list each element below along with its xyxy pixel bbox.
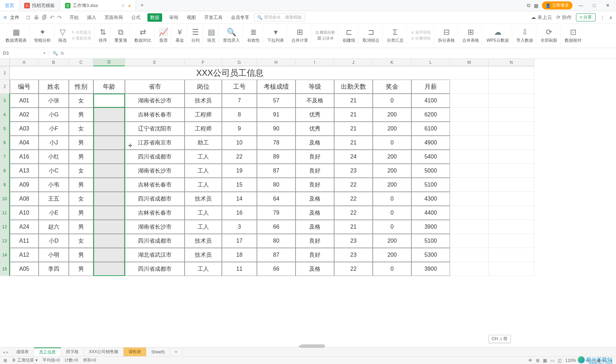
table-cell[interactable]: 21 (334, 108, 373, 122)
more-icon[interactable]: ⋮ (600, 15, 605, 20)
close-button[interactable]: ✕ (603, 3, 612, 8)
table-cell[interactable]: 4900 (411, 136, 450, 150)
row-header-9[interactable]: 9 (0, 178, 10, 192)
file-menu[interactable]: 文件 (10, 14, 19, 21)
tab-close-icon[interactable]: ⊃ (121, 3, 125, 8)
grid-icon[interactable]: ▦ (534, 3, 538, 8)
view-grid-icon[interactable]: ⊞ (536, 358, 539, 363)
table-header[interactable]: 编号 (10, 80, 39, 94)
table-cell[interactable]: 7 (222, 94, 257, 108)
ribbon-dropdown[interactable]: ▾下拉列表 (264, 26, 287, 45)
login-button[interactable]: 👤立即登录 (542, 1, 572, 9)
table-cell[interactable]: 小G (39, 108, 69, 122)
table-cell[interactable]: 200 (373, 178, 411, 192)
col-header-M[interactable]: M (450, 59, 489, 66)
layout-icon[interactable]: ⧉ (527, 2, 530, 8)
table-cell[interactable]: 良好 (296, 164, 334, 178)
ribbon-ungroup[interactable]: ⊐取消组合 (360, 26, 383, 45)
table-cell[interactable]: 3900 (411, 220, 450, 234)
table-cell[interactable] (93, 136, 125, 150)
sheet-tab[interactable]: 员工信息 (34, 348, 61, 357)
table-cell[interactable]: 工人 (185, 220, 222, 234)
table-cell[interactable]: A24 (10, 220, 39, 234)
table-cell[interactable]: 女 (69, 94, 93, 108)
table-cell[interactable]: 19 (222, 164, 257, 178)
table-cell[interactable]: A03 (10, 122, 39, 136)
table-cell[interactable]: 李四 (39, 262, 69, 276)
table-cell[interactable]: 90 (257, 122, 296, 136)
menu-vip[interactable]: 会员专享 (230, 13, 251, 22)
table-cell[interactable]: 不及格 (296, 94, 334, 108)
table-cell[interactable]: 小F (39, 122, 69, 136)
table-cell[interactable]: 工人 (185, 164, 222, 178)
table-header[interactable]: 等级 (296, 80, 334, 94)
table-cell[interactable]: 23 (334, 248, 373, 262)
col-header-J[interactable]: J (334, 59, 373, 66)
table-cell[interactable]: 优秀 (296, 108, 334, 122)
table-cell[interactable]: 助工 (185, 136, 222, 150)
table-cell[interactable]: 5100 (411, 178, 450, 192)
table-cell[interactable]: 6200 (411, 108, 450, 122)
table-cell[interactable]: A02 (10, 108, 39, 122)
select-all-corner[interactable] (0, 59, 10, 66)
table-cell[interactable]: 4400 (411, 206, 450, 220)
table-cell[interactable]: 江苏省南京市 (125, 136, 185, 150)
table-cell[interactable]: 四川省成都市 (125, 262, 185, 276)
table-header[interactable]: 工号 (222, 80, 257, 94)
tab-workbook[interactable]: S工作簿3.xlsx⊃● (60, 0, 136, 11)
table-cell[interactable]: 21 (334, 122, 373, 136)
ribbon-consol[interactable]: ⊞合并计算 (289, 26, 311, 45)
table-cell[interactable]: 200 (373, 248, 411, 262)
table-cell[interactable]: 四川省成都市 (125, 192, 185, 206)
row-header-4[interactable]: 4 (0, 108, 10, 122)
row-header-8[interactable]: 8 (0, 164, 10, 178)
table-cell[interactable]: 4100 (411, 94, 450, 108)
table-cell[interactable]: 0 (373, 94, 411, 108)
new-tab-button[interactable]: + (136, 0, 148, 11)
table-cell[interactable]: 吉林省长春市 (125, 108, 185, 122)
table-cell[interactable]: 3900 (411, 262, 450, 276)
table-cell[interactable]: 优秀 (296, 122, 334, 136)
view-page-icon[interactable]: ▭ (550, 358, 554, 363)
table-cell[interactable]: 78 (257, 136, 296, 150)
ribbon-group[interactable]: ⊏创建组 (340, 26, 358, 45)
table-cell[interactable]: 23 (334, 234, 373, 248)
table-cell[interactable]: 工人 (185, 262, 222, 276)
table-cell[interactable]: 良好 (296, 248, 334, 262)
table-cell[interactable]: A04 (10, 136, 39, 150)
table-cell[interactable]: A10 (10, 206, 39, 220)
table-cell[interactable] (93, 262, 125, 276)
table-cell[interactable]: 22 (334, 178, 373, 192)
table-cell[interactable]: 技术员 (185, 94, 222, 108)
menu-view[interactable]: 视图 (185, 13, 197, 22)
table-cell[interactable]: 8 (222, 108, 257, 122)
table-cell[interactable]: 21 (334, 94, 373, 108)
table-cell[interactable]: 女 (69, 234, 93, 248)
table-cell[interactable]: 22 (222, 150, 257, 164)
sheet-tab[interactable]: XXX公司销售额 (84, 348, 124, 357)
table-cell[interactable]: A09 (10, 178, 39, 192)
add-sheet-button[interactable]: + (170, 348, 183, 357)
table-cell[interactable]: 良好 (296, 234, 334, 248)
table-cell[interactable]: A01 (10, 94, 39, 108)
table-cell[interactable]: 21 (334, 220, 373, 234)
table-cell[interactable] (93, 220, 125, 234)
ribbon-wpscloud[interactable]: ☁WPS云数据 (484, 26, 512, 45)
row-header-6[interactable]: 6 (0, 136, 10, 150)
ribbon-refresh[interactable]: ⟳全部刷新 (538, 26, 561, 45)
table-cell[interactable]: 89 (257, 150, 296, 164)
table-cell[interactable]: 男 (69, 206, 93, 220)
col-header-D[interactable]: D (93, 59, 125, 66)
ribbon-showall[interactable]: ↻ 全部显示 (72, 30, 91, 35)
row-header-14[interactable]: 14 (0, 248, 10, 262)
row-header-12[interactable]: 12 (0, 220, 10, 234)
table-cell[interactable]: 200 (373, 108, 411, 122)
ribbon-smart[interactable]: ✦智能分析 (31, 26, 54, 45)
table-cell[interactable]: A13 (10, 164, 39, 178)
table-cell[interactable]: 22 (334, 262, 373, 276)
table-cell[interactable]: 17 (222, 234, 257, 248)
col-header-B[interactable]: B (39, 59, 69, 66)
col-header-L[interactable]: L (411, 59, 450, 66)
table-cell[interactable]: 87 (257, 248, 296, 262)
table-header[interactable]: 岗位 (185, 80, 222, 94)
